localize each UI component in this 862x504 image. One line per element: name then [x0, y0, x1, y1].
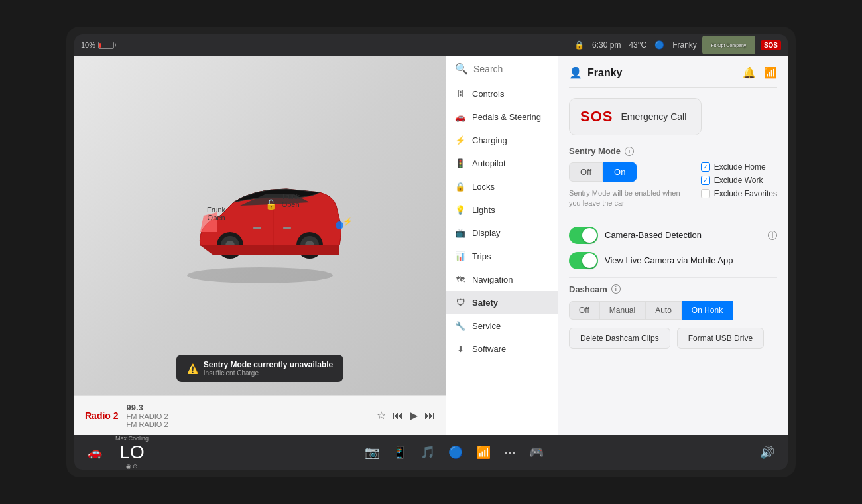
frunk-label: Frunk Open [207, 206, 225, 221]
search-input[interactable] [473, 64, 558, 74]
status-center: 🔒 6:30 pm 43°C 🔵 Franky [574, 40, 697, 50]
exclude-work-checkbox[interactable]: ✓ [701, 176, 710, 185]
unlock-icon: 🔓 [265, 199, 277, 210]
left-panel: ⚡ Frunk Open Trunk Open 🔓 [74, 56, 446, 435]
dashcam-title: Dashcam i [569, 284, 777, 294]
camera-detection-toggle[interactable] [569, 227, 598, 244]
search-icon: 🔍 [455, 62, 468, 75]
sidebar-item-charging[interactable]: ⚡ Charging [446, 129, 558, 152]
search-bar[interactable]: 🔍 [446, 56, 558, 82]
pedals-icon: 🚗 [455, 112, 465, 122]
header-icons: 🔔 📶 [743, 66, 777, 79]
svg-point-0 [187, 267, 333, 283]
climate-temp: LO [119, 442, 144, 463]
skip-back-icon[interactable]: ⏮ [393, 410, 403, 422]
exclude-work-item[interactable]: ✓ Exclude Work [701, 176, 777, 185]
content-area: 🔍 🎛 Controls 🚗 Pedals & Steering [446, 56, 788, 435]
favorite-icon[interactable]: ☆ [377, 409, 386, 422]
sidebar-item-software[interactable]: ⬇ Software [446, 338, 558, 361]
sidebar-item-safety[interactable]: 🛡 Safety [446, 291, 558, 314]
sentry-checkboxes: ✓ Exclude Home ✓ Exclude Work Exclude Fa… [701, 162, 777, 209]
map-label: Fit Opt Company [711, 43, 746, 48]
climate-sub-icons: ◉ ⊙ [126, 463, 139, 470]
battery-percent: 10% [81, 41, 95, 49]
camera-detection-info[interactable]: i [768, 231, 777, 240]
sidebar-item-autopilot[interactable]: 🚦 Autopilot [446, 152, 558, 175]
radio-logo: Radio 2 [85, 410, 119, 421]
screen: 10% 🔒 6:30 pm 43°C 🔵 Franky Fit Opt Comp… [74, 34, 788, 470]
taskbar-bluetooth-icon[interactable]: 🔵 [448, 445, 463, 460]
sidebar-item-controls[interactable]: 🎛 Controls [446, 82, 558, 105]
sidebar-item-trips[interactable]: 📊 Trips [446, 245, 558, 268]
warning-icon: ⚠️ [187, 363, 198, 374]
media-bar: Radio 2 99.3 FM RADIO 2 FM RADIO 2 ☆ ⏮ ▶… [74, 395, 446, 435]
play-icon[interactable]: ▶ [410, 409, 418, 422]
sidebar-label-trips: Trips [472, 251, 491, 261]
delete-clips-button[interactable]: Delete Dashcam Clips [569, 328, 670, 349]
taskbar-games-icon[interactable]: 🎮 [529, 445, 544, 460]
warning-main-text: Sentry Mode currently unavailable [204, 360, 333, 369]
sidebar-label-display: Display [472, 228, 501, 238]
live-camera-label: View Live Camera via Mobile App [605, 255, 777, 265]
main-content: ⚡ Frunk Open Trunk Open 🔓 [74, 56, 788, 435]
exclude-work-label: Exclude Work [714, 176, 763, 185]
exclude-favorites-label: Exclude Favorites [714, 189, 777, 198]
dashcam-onhonk-button[interactable]: On Honk [682, 301, 733, 320]
sentry-off-button[interactable]: Off [569, 162, 603, 182]
sentry-mode-title: Sentry Mode i [569, 146, 777, 156]
taskbar-climate[interactable]: Max Cooling LO ◉ ⊙ [115, 435, 149, 470]
exclude-home-item[interactable]: ✓ Exclude Home [701, 162, 777, 172]
taskbar-more-icon[interactable]: ⋯ [504, 445, 516, 460]
emergency-call-button[interactable]: SOS Emergency Call [569, 98, 702, 135]
software-icon: ⬇ [455, 344, 465, 354]
sidebar-label-safety: Safety [472, 298, 498, 308]
user-icon: 👤 [569, 66, 582, 79]
live-camera-row: View Live Camera via Mobile App [569, 252, 777, 269]
user-header: 👤 Franky 🔔 📶 [569, 66, 777, 88]
service-icon: 🔧 [455, 321, 465, 331]
taskbar-music-icon[interactable]: 🎵 [420, 445, 435, 460]
taskbar-car-icon[interactable]: 🚗 [88, 445, 102, 460]
exclude-favorites-checkbox[interactable] [701, 189, 710, 198]
bell-icon: 🔔 [743, 66, 756, 79]
emergency-call-label: Emergency Call [621, 111, 686, 122]
sidebar-item-locks[interactable]: 🔒 Locks [446, 175, 558, 198]
status-bar: 10% 🔒 6:30 pm 43°C 🔵 Franky Fit Opt Comp… [74, 34, 788, 56]
svg-rect-9 [283, 227, 291, 229]
sentry-info-icon[interactable]: i [625, 147, 634, 156]
safety-icon: 🛡 [455, 298, 465, 308]
settings-panel: 👤 Franky 🔔 📶 SOS Emergency Call [558, 56, 788, 435]
car-svg: ⚡ [167, 166, 353, 285]
sidebar-label-service: Service [472, 321, 501, 331]
sentry-on-button[interactable]: On [603, 162, 637, 182]
warning-text-block: Sentry Mode currently unavailable Insuff… [204, 360, 333, 377]
lock-icon: 🔒 [574, 40, 584, 50]
sidebar-item-pedals[interactable]: 🚗 Pedals & Steering [446, 105, 558, 129]
sidebar-item-service[interactable]: 🔧 Service [446, 314, 558, 338]
sidebar-label-charging: Charging [472, 135, 507, 145]
taskbar-signal-icon[interactable]: 📶 [476, 445, 491, 460]
format-usb-button[interactable]: Format USB Drive [677, 328, 764, 349]
sidebar-label-navigation: Navigation [472, 275, 513, 284]
media-controls[interactable]: ☆ ⏮ ▶ ⏭ [377, 409, 435, 422]
dashcam-info-icon[interactable]: i [611, 284, 621, 294]
lights-icon: 💡 [455, 205, 465, 215]
skip-forward-icon[interactable]: ⏭ [424, 410, 435, 422]
sidebar-item-display[interactable]: 📺 Display [446, 221, 558, 245]
exclude-home-checkbox[interactable]: ✓ [701, 162, 710, 172]
exclude-favorites-item[interactable]: Exclude Favorites [701, 189, 777, 198]
live-camera-toggle[interactable] [569, 252, 598, 269]
dashcam-manual-button[interactable]: Manual [599, 301, 645, 320]
sidebar-item-lights[interactable]: 💡 Lights [446, 198, 558, 221]
dashcam-auto-button[interactable]: Auto [645, 301, 682, 320]
status-right: Fit Opt Company SOS [702, 36, 781, 54]
radio-info: 99.3 FM RADIO 2 FM RADIO 2 [127, 403, 168, 428]
taskbar-camera-icon[interactable]: 📷 [365, 445, 379, 460]
taskbar-volume-icon[interactable]: 🔊 [760, 445, 774, 460]
taskbar-apps-icon[interactable]: 📱 [393, 445, 407, 460]
dashcam-off-button[interactable]: Off [569, 301, 599, 320]
sos-badge-status: SOS [761, 40, 781, 50]
sidebar-item-navigation[interactable]: 🗺 Navigation [446, 268, 558, 291]
sidebar-label-lights: Lights [472, 205, 495, 215]
sidebar-label-locks: Locks [472, 182, 495, 192]
